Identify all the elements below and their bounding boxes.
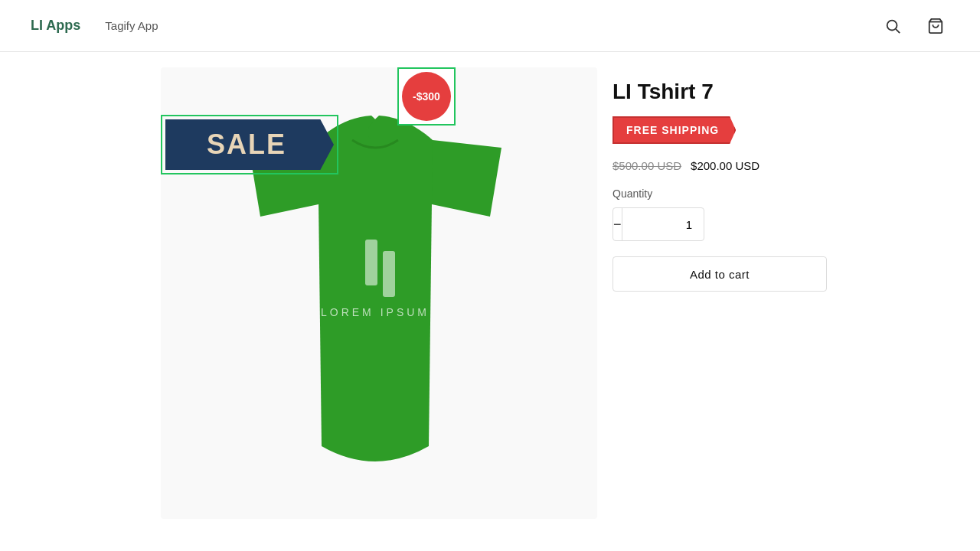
header-actions (879, 12, 949, 40)
sale-tag: SALE (165, 119, 334, 170)
quantity-label: Quantity (612, 187, 949, 200)
header: LI Apps Tagify App (0, 0, 980, 52)
quantity-decrease-button[interactable]: − (613, 208, 622, 240)
main-content: SALE (0, 52, 980, 551)
cart-button[interactable] (922, 12, 949, 40)
image-section: SALE (0, 67, 612, 551)
svg-text:LOREM IPSUM: LOREM IPSUM (321, 306, 430, 318)
cart-icon (927, 18, 944, 34)
add-to-cart-button[interactable]: Add to cart (612, 256, 827, 292)
price-area: $500.00 USD $200.00 USD (612, 159, 949, 172)
sale-price: $200.00 USD (691, 159, 760, 172)
brand-link[interactable]: LI Apps (31, 18, 80, 34)
nav-left: LI Apps Tagify App (31, 18, 158, 34)
original-price: $500.00 USD (612, 159, 681, 172)
product-info: LI Tshirt 7 FREE SHIPPING $500.00 USD $2… (612, 67, 980, 551)
svg-rect-5 (383, 251, 395, 297)
quantity-control: − + (612, 207, 704, 241)
minus-icon: − (613, 217, 622, 233)
product-title: LI Tshirt 7 (612, 80, 949, 104)
quantity-input[interactable] (622, 208, 704, 240)
tagify-nav-link[interactable]: Tagify App (105, 19, 158, 32)
svg-rect-4 (365, 240, 377, 285)
free-shipping-banner: FREE SHIPPING (612, 116, 736, 144)
svg-point-0 (887, 20, 897, 30)
discount-badge-container: -$300 (397, 67, 456, 126)
product-image-container: SALE (161, 67, 597, 519)
sale-overlay: SALE (161, 115, 338, 174)
search-button[interactable] (879, 12, 906, 40)
svg-line-1 (896, 29, 900, 33)
search-icon (884, 18, 901, 34)
free-shipping-label: FREE SHIPPING (626, 124, 719, 136)
discount-badge: -$300 (402, 72, 451, 121)
